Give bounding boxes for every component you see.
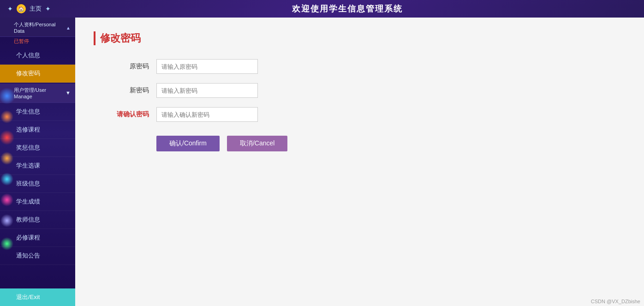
sidebar-item-student-info[interactable]: 学生信息 (0, 103, 75, 121)
star-left-icon: ✦ (7, 5, 13, 12)
sidebar-item-notice[interactable]: 通知公告 (0, 247, 75, 265)
personal-section-label: 个人资料/Personal Data (14, 21, 66, 35)
sidebar-section-personal[interactable]: 个人资料/Personal Data ▲ (0, 18, 75, 37)
sidebar-item-personal-info[interactable]: 个人信息 (0, 47, 75, 65)
old-password-label: 原密码 (103, 62, 149, 71)
sidebar-item-change-password[interactable]: 修改密码 (0, 65, 75, 83)
header: ✦ 🏠 主页 ✦ 欢迎使用学生信息管理系统 (0, 0, 644, 18)
sidebar-section-user-manage[interactable]: 用户管理/User Manage ▼ (0, 84, 75, 103)
sidebar-item-exit[interactable]: 退出/Exit (0, 288, 75, 306)
confirm-password-input[interactable] (156, 107, 258, 122)
sidebar-item-class-info[interactable]: 班级信息 (0, 175, 75, 193)
change-password-form: 原密码 新密码 请确认密码 确认/Confirm 取消/Cancel (103, 59, 626, 151)
home-link[interactable]: 主页 (30, 5, 42, 13)
chevron-down-icon: ▼ (66, 90, 71, 96)
new-password-input[interactable] (156, 83, 258, 98)
watermark: CSDN @VX_DZbishe (591, 299, 640, 304)
confirm-password-row: 请确认密码 (103, 107, 626, 122)
sidebar-item-student-select[interactable]: 学生选课 (0, 157, 75, 175)
confirm-password-label: 请确认密码 (103, 110, 149, 119)
new-password-row: 新密码 (103, 83, 626, 98)
user-manage-label: 用户管理/User Manage (14, 87, 66, 99)
header-title: 欢迎使用学生信息管理系统 (58, 3, 637, 14)
star-right-icon: ✦ (45, 5, 51, 12)
paused-label: 已暂停 (0, 37, 75, 47)
layout: 个人资料/Personal Data ▲ 已暂停 个人信息 修改密码 用户管理/… (0, 18, 644, 306)
new-password-label: 新密码 (103, 86, 149, 95)
sidebar-item-teacher-info[interactable]: 教师信息 (0, 211, 75, 229)
confirm-button[interactable]: 确认/Confirm (156, 136, 220, 151)
sidebar-item-required-course[interactable]: 必修课程 (0, 229, 75, 247)
old-password-row: 原密码 (103, 59, 626, 74)
sidebar-item-elective-course[interactable]: 选修课程 (0, 121, 75, 139)
page-title: 修改密码 (94, 31, 626, 45)
sidebar: 个人资料/Personal Data ▲ 已暂停 个人信息 修改密码 用户管理/… (0, 18, 75, 306)
main-content: 修改密码 原密码 新密码 请确认密码 确认/Confirm 取消/Cancel (75, 18, 644, 306)
chevron-up-icon: ▲ (66, 25, 71, 30)
home-icon[interactable]: 🏠 (17, 4, 26, 13)
sidebar-item-student-grade[interactable]: 学生成绩 (0, 193, 75, 211)
cancel-button[interactable]: 取消/Cancel (227, 136, 287, 151)
sidebar-item-reward-info[interactable]: 奖惩信息 (0, 139, 75, 157)
old-password-input[interactable] (156, 59, 258, 74)
button-row: 确认/Confirm 取消/Cancel (156, 136, 626, 151)
